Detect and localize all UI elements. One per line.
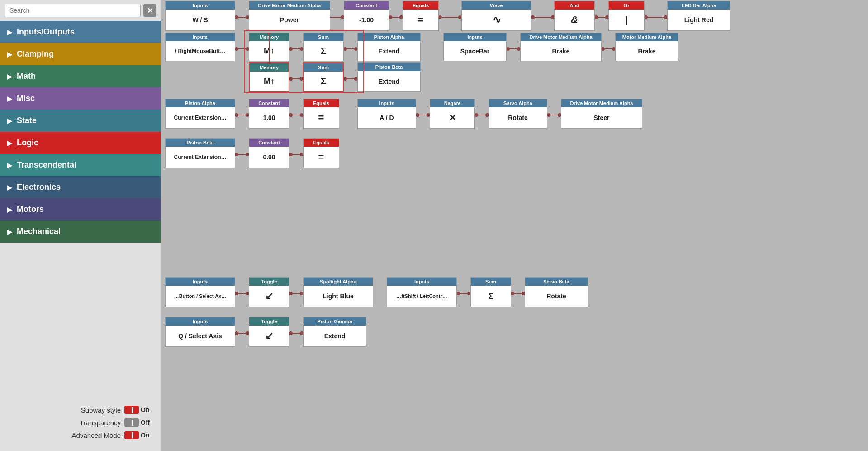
row6: Inputs …Button / Select Ax… Toggle ↙ Spo… [165,277,588,307]
node-piston-beta-extend[interactable]: Piston Beta Extend [357,62,421,92]
node-equals-1[interactable]: Equals = [403,1,439,31]
sidebar-item-state[interactable]: ▶ State [0,110,161,132]
svg-point-49 [427,113,430,117]
node-toggle-2[interactable]: Toggle ↙ [249,317,289,347]
node-servo-alpha-rotate[interactable]: Servo Alpha Rotate [489,99,547,129]
sidebar-item-inputs-outputs[interactable]: ▶ Inputs/Outputs [0,21,161,43]
node-inputs-ad[interactable]: Inputs A / D [357,99,416,129]
node-inputs-q-select[interactable]: Inputs Q / Select Axis [165,317,235,347]
node-content: / RightMouseButt… [166,41,235,61]
node-and[interactable]: And & [554,1,595,31]
wire-r6-3 [457,277,470,305]
node-motor-medium-brake[interactable]: Motor Medium Alpha Brake [615,33,678,61]
node-header: Equals [403,1,438,10]
advanced-mode-toggle[interactable]: ▐ On [124,431,153,439]
transparency-value: Off [141,419,153,426]
node-header: Constant [344,1,389,10]
node-drive-motor-power[interactable]: Drive Motor Medium Alpha Power [249,1,330,31]
node-inputs-leftshift[interactable]: Inputs …ftShift / LeftContr… [387,277,457,307]
sidebar-item-clamping[interactable]: ▶ Clamping [0,43,161,65]
sidebar-item-misc[interactable]: ▶ Misc [0,87,161,110]
node-header: Servo Alpha [489,99,547,107]
node-wave[interactable]: Wave ∿ [461,1,531,31]
svg-point-16 [605,15,608,19]
node-equals-2[interactable]: Equals = [303,99,339,129]
node-content: M↑ [249,41,289,61]
node-piston-gamma-extend[interactable]: Piston Gamma Extend [303,317,366,347]
wire-r1-5 [531,1,554,29]
wire-r6-2 [289,277,303,305]
sidebar-item-label: Motors [17,205,44,214]
sidebar-item-label: Logic [17,138,38,148]
transparency-toggle[interactable]: ▐ Off [124,418,153,427]
node-header: Inputs [387,278,456,286]
node-constant-1[interactable]: Constant 1.00 [249,99,289,129]
node-drive-motor-steer[interactable]: Drive Motor Medium Alpha Steer [561,99,642,129]
subway-style-toggle[interactable]: ▐ On [124,406,153,414]
node-header: Spotlight Alpha [304,278,373,286]
node-inputs-btn-select[interactable]: Inputs …Button / Select Ax… [165,277,235,307]
row4: Piston Alpha Current Extension… Constant… [165,99,642,129]
node-inputs-ws[interactable]: Inputs W / S [165,1,235,31]
svg-point-60 [289,153,293,156]
svg-point-21 [235,47,238,51]
node-memory-1[interactable]: Memory M↑ [249,33,289,61]
node-negate[interactable]: Negate ✕ [430,99,475,129]
svg-point-10 [458,15,461,19]
svg-point-67 [300,292,303,295]
node-header: LED Bar Alpha [668,1,730,10]
subway-style-button[interactable]: ▐ [124,406,139,414]
transparency-button[interactable]: ▐ [124,418,139,427]
row1: Inputs W / S Drive Motor Medium Alpha Po… [165,1,730,31]
arrow-icon: ▶ [7,73,12,80]
node-led-bar-alpha[interactable]: LED Bar Alpha Light Red [667,1,730,31]
node-spotlight-alpha-lightblue[interactable]: Spotlight Alpha Light Blue [303,277,373,307]
node-servo-beta-rotate[interactable]: Servo Beta Rotate [525,277,588,307]
wire-r2-1 [235,33,249,61]
node-toggle-1[interactable]: Toggle ↙ [249,277,289,307]
advanced-mode-button[interactable]: ▐ [124,431,139,439]
search-clear-button[interactable]: ✕ [143,4,156,17]
node-content: Current Extension… [166,107,235,128]
svg-point-43 [246,113,249,117]
transparency-label: Transparency [7,419,121,427]
node-inputs-rightmouse[interactable]: Inputs / RightMouseButt… [165,33,235,61]
sidebar-item-mechanical[interactable]: ▶ Mechanical [0,221,161,243]
sidebar-item-motors[interactable]: ▶ Motors [0,198,161,221]
node-equals-3[interactable]: Equals = [303,138,339,168]
subway-style-value: On [141,406,153,413]
wire-r6-4 [511,277,525,305]
wire-r5-2 [289,138,303,166]
node-piston-beta-ext[interactable]: Piston Beta Current Extension… [165,138,235,168]
node-constant-neg1[interactable]: Constant -1.00 [344,1,389,31]
svg-point-28 [354,47,357,51]
node-constant-0[interactable]: Constant 0.00 [249,138,289,168]
node-drive-motor-brake[interactable]: Drive Motor Medium Alpha Brake [520,33,602,61]
main-canvas[interactable]: Inputs W / S Drive Motor Medium Alpha Po… [161,0,868,451]
sidebar-item-label: Clamping [17,49,54,59]
sidebar-item-electronics[interactable]: ▶ Electronics [0,176,161,198]
node-sum-2[interactable]: Sum Σ [303,62,344,92]
node-header: Inputs [166,1,235,10]
node-memory-2[interactable]: Memory M↑ [249,62,289,92]
sidebar-settings: Subway style ▐ On Transparency ▐ Off Adv… [0,398,161,451]
node-content: -1.00 [344,10,389,30]
svg-point-36 [289,77,293,81]
sidebar-item-logic[interactable]: ▶ Logic [0,132,161,154]
node-piston-alpha-ext[interactable]: Piston Alpha Current Extension… [165,99,235,129]
sidebar-item-transcendental[interactable]: ▶ Transcendental [0,154,161,176]
node-content: 1.00 [249,107,289,128]
sidebar-item-math[interactable]: ▶ Math [0,65,161,87]
node-inputs-spacebar[interactable]: Inputs SpaceBar [443,33,507,61]
svg-point-39 [344,77,347,81]
node-content: | [609,10,644,30]
wire-r1-6 [595,1,608,29]
node-or[interactable]: Or | [608,1,645,31]
node-sum-1[interactable]: Sum Σ [303,33,344,61]
search-input[interactable] [5,4,141,17]
svg-point-45 [289,113,293,117]
node-header: Toggle [249,278,289,286]
node-header: Constant [249,139,289,147]
node-piston-alpha-extend[interactable]: Piston Alpha Extend [357,33,421,61]
node-sum-3[interactable]: Sum Σ [470,277,511,307]
